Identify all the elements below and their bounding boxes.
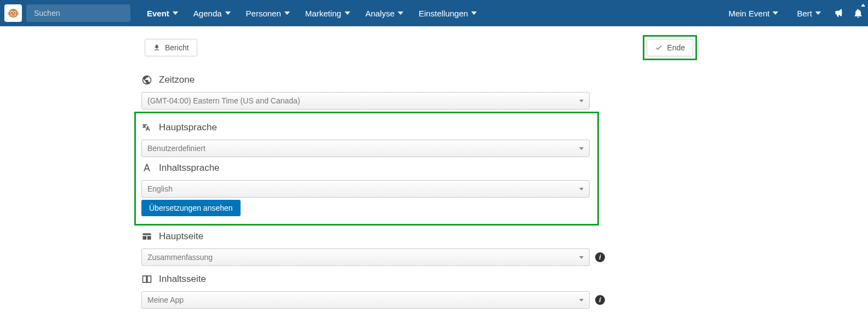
chevron-down-icon <box>579 299 584 302</box>
main-page-select[interactable]: Zusammenfassung <box>141 249 590 266</box>
select-value: English <box>147 184 173 193</box>
section-header: Zeitzone <box>141 74 700 85</box>
select-row: Zusammenfassung i <box>141 249 700 266</box>
section-title: Inhaltssprache <box>159 163 220 174</box>
section-title: Hauptsprache <box>159 122 217 133</box>
content-page-select[interactable]: Meine App <box>141 291 590 309</box>
megaphone-icon[interactable] <box>834 8 845 19</box>
nav-label: Event <box>147 9 169 18</box>
nav-label: Mein Event <box>728 9 769 18</box>
content-page-section: Inhaltsseite Meine App i <box>136 268 706 311</box>
content-language-section: Inhaltssprache English Übersetzungen ans… <box>141 159 592 218</box>
chevron-down-icon <box>345 11 350 15</box>
nav-label: Marketing <box>305 9 341 18</box>
main-language-select[interactable]: Benutzerdefiniert <box>141 140 590 157</box>
select-row: Meine App i <box>141 291 700 309</box>
nav-user[interactable]: Bert <box>791 9 826 18</box>
chevron-down-icon <box>398 11 403 15</box>
download-icon <box>153 44 161 51</box>
chevron-down-icon <box>579 147 584 150</box>
chevron-down-icon <box>579 100 584 102</box>
section-header: Inhaltssprache <box>141 163 592 174</box>
globe-icon <box>141 74 152 85</box>
select-value: (GMT-04:00) Eastern Time (US and Canada) <box>147 96 300 105</box>
timezone-section: Zeitzone (GMT-04:00) Eastern Time (US an… <box>136 69 706 112</box>
nav-label: Agenda <box>193 9 222 18</box>
section-header: Hauptseite <box>141 231 700 242</box>
timezone-select[interactable]: (GMT-04:00) Eastern Time (US and Canada) <box>141 92 590 109</box>
chevron-down-icon <box>773 11 778 15</box>
section-title: Hauptseite <box>159 231 203 242</box>
finish-button[interactable]: Ende <box>647 39 693 56</box>
content-area: Bericht Ende Zeitzone (GMT-04:00) Easter… <box>0 26 868 311</box>
grid-icon <box>141 231 152 242</box>
settings-panel: Bericht Ende Zeitzone (GMT-04:00) Easter… <box>136 28 706 311</box>
nav-personen[interactable]: Personen <box>238 0 298 26</box>
font-icon <box>141 163 152 174</box>
nav-my-event[interactable]: Mein Event <box>723 9 784 18</box>
right-nav: Mein Event Bert <box>723 8 864 19</box>
nav-agenda[interactable]: Agenda <box>186 0 238 26</box>
chevron-down-icon <box>471 11 477 15</box>
chevron-down-icon <box>815 11 821 15</box>
select-value: Benutzerdefiniert <box>147 144 205 153</box>
main-page-section: Hauptseite Zusammenfassung i <box>136 226 706 268</box>
nav-analyse[interactable]: Analyse <box>358 0 411 26</box>
content-language-select[interactable]: English <box>141 180 590 198</box>
select-value: Zusammenfassung <box>147 253 213 262</box>
scroll-up-indicator[interactable] <box>858 0 868 10</box>
chevron-down-icon <box>225 11 231 15</box>
section-header: Inhaltsseite <box>141 274 700 285</box>
nav-einstellungen[interactable]: Einstellungen <box>411 0 484 26</box>
nav-label: Personen <box>246 9 281 18</box>
chevron-down-icon <box>579 188 584 190</box>
chevron-down-icon <box>579 256 584 259</box>
nav-label: Analyse <box>366 9 395 18</box>
language-highlight-box: Hauptsprache Benutzerdefiniert Inhaltssp… <box>134 112 599 226</box>
section-title: Inhaltsseite <box>159 274 206 285</box>
search-input[interactable] <box>34 9 130 18</box>
nav-label: Bert <box>797 9 812 18</box>
top-navbar: 🐵 Event Agenda Personen Marketing Analys… <box>0 0 868 26</box>
nav-event[interactable]: Event <box>139 0 186 26</box>
nav-label: Einstellungen <box>419 9 468 18</box>
main-language-section: Hauptsprache Benutzerdefiniert <box>141 119 592 159</box>
chevron-down-icon <box>173 11 178 15</box>
chevron-down-icon <box>284 11 290 15</box>
check-icon <box>655 44 663 51</box>
section-header: Hauptsprache <box>141 122 592 133</box>
button-label: Bericht <box>165 43 189 52</box>
nav-marketing[interactable]: Marketing <box>298 0 358 26</box>
report-button[interactable]: Bericht <box>145 39 197 56</box>
columns-icon <box>141 274 152 285</box>
main-nav: Event Agenda Personen Marketing Analyse … <box>139 0 723 26</box>
search-wrapper[interactable] <box>26 4 130 22</box>
view-translations-button[interactable]: Übersetzungen ansehen <box>141 200 241 216</box>
section-title: Zeitzone <box>159 74 195 85</box>
translate-icon <box>141 122 152 133</box>
info-icon[interactable]: i <box>595 295 605 305</box>
app-logo[interactable]: 🐵 <box>4 4 22 22</box>
info-icon[interactable]: i <box>595 252 605 262</box>
button-label: Ende <box>667 43 685 52</box>
finish-button-highlight: Ende <box>643 35 697 60</box>
action-row: Bericht Ende <box>136 28 706 69</box>
select-value: Meine App <box>147 296 184 304</box>
